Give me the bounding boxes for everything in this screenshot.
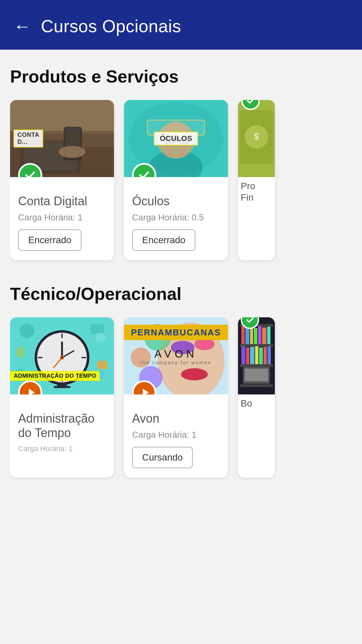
svg-rect-59 xyxy=(240,384,273,387)
svg-rect-68 xyxy=(246,347,249,364)
card-buttons-oculos: Encerrado xyxy=(132,229,220,251)
card-workload-admin: Carga Horária: 1 xyxy=(18,444,106,453)
svg-text:PERNAMBUCANAS: PERNAMBUCANAS xyxy=(131,327,221,337)
svg-rect-67 xyxy=(241,346,245,364)
svg-rect-66 xyxy=(267,327,270,344)
card-body-conta: Conta Digital Carga Horária: 1 Encerrado xyxy=(10,177,114,260)
tecnico-cards-scroll: ADMINISTRAÇÃO DO TEMPO Administração do … xyxy=(10,317,352,481)
card-oculos[interactable]: ÓCULOS Óculos Carga Horária: 0.5 Encerra… xyxy=(124,100,228,260)
card-buttons-avon: Cursando xyxy=(132,447,220,468)
back-button[interactable]: ← xyxy=(13,17,31,35)
svg-rect-63 xyxy=(254,328,257,344)
svg-rect-6 xyxy=(65,129,80,156)
svg-marker-54 xyxy=(143,389,149,394)
card-conta-digital[interactable]: CONTAD... Conta Digital Carga Horária: 1… xyxy=(10,100,114,260)
card-name-avon: Avon xyxy=(132,411,220,426)
app-header: ← Cursos Opcionais xyxy=(0,0,362,50)
card-image-admin-tempo: ADMINISTRAÇÃO DO TEMPO xyxy=(10,317,114,394)
card-workload-avon: Carga Horária: 1 xyxy=(132,430,220,440)
section-title-tecnico: Técnico/Operacional xyxy=(10,284,352,304)
svg-rect-73 xyxy=(267,346,271,364)
svg-text:$: $ xyxy=(254,131,259,142)
card-body-admin-tempo: Administração do Tempo Carga Horária: 1 xyxy=(10,394,114,478)
section-produtos-servicos: Produtos e Serviços xyxy=(10,66,352,264)
svg-point-35 xyxy=(61,357,63,359)
card-bo-partial[interactable]: Bo xyxy=(238,317,275,478)
svg-rect-62 xyxy=(250,327,253,344)
card-name-oculos: Óculos xyxy=(132,194,220,208)
card-workload-oculos: Carga Horária: 0.5 xyxy=(132,212,220,223)
svg-rect-40 xyxy=(17,347,24,357)
partial-body-pro-fin: ProFin xyxy=(238,177,275,206)
svg-rect-64 xyxy=(258,326,261,344)
card-avon[interactable]: PERNAMBUCANAS AVON the company for women… xyxy=(124,317,228,478)
card-pro-fin-partial[interactable]: $ ProFin xyxy=(238,100,275,260)
btn-cursando-avon[interactable]: Cursando xyxy=(132,447,193,468)
card-image-avon: PERNAMBUCANAS AVON the company for women xyxy=(124,317,228,394)
card-image-conta-digital: CONTAD... xyxy=(10,100,114,177)
svg-marker-41 xyxy=(29,389,35,394)
svg-rect-22 xyxy=(90,324,104,334)
card-admin-tempo[interactable]: ADMINISTRAÇÃO DO TEMPO Administração do … xyxy=(10,317,114,478)
svg-point-7 xyxy=(59,146,85,158)
partial-text-bo: Bo xyxy=(241,398,272,409)
produtos-cards-scroll: CONTAD... Conta Digital Carga Horária: 1… xyxy=(10,100,352,264)
card-name-admin: Administração do Tempo xyxy=(18,411,106,440)
card-image-oculos: ÓCULOS xyxy=(124,100,228,177)
svg-rect-70 xyxy=(255,346,258,364)
partial-body-bo: Bo xyxy=(238,394,275,413)
page-title: Cursos Opcionais xyxy=(41,16,181,36)
card-body-avon: Avon Carga Horária: 1 Cursando xyxy=(124,394,228,478)
partial-text-pro: ProFin xyxy=(241,180,272,203)
card-name-conta: Conta Digital xyxy=(18,194,106,208)
btn-encerrado-oculos[interactable]: Encerrado xyxy=(132,229,195,251)
svg-rect-5 xyxy=(64,127,82,160)
card-workload-conta: Carga Horária: 1 xyxy=(18,212,106,223)
conta-badge: CONTAD... xyxy=(13,129,43,148)
admin-tempo-badge: ADMINISTRAÇÃO DO TEMPO xyxy=(10,371,100,381)
svg-point-23 xyxy=(96,332,106,342)
svg-rect-71 xyxy=(259,347,263,364)
section-title-produtos: Produtos e Serviços xyxy=(10,66,352,87)
btn-encerrado-conta[interactable]: Encerrado xyxy=(18,229,81,251)
svg-rect-36 xyxy=(57,384,67,386)
svg-text:AVON: AVON xyxy=(155,348,197,360)
svg-point-49 xyxy=(181,368,208,380)
svg-point-21 xyxy=(19,323,34,338)
section-tecnico-operacional: Técnico/Operacional xyxy=(10,284,352,481)
svg-rect-75 xyxy=(245,369,268,381)
main-content: Produtos e Serviços xyxy=(0,50,362,494)
svg-text:the company for women: the company for women xyxy=(140,360,212,365)
oculos-badge: ÓCULOS xyxy=(154,131,198,146)
card-body-oculos: Óculos Carga Horária: 0.5 Encerrado xyxy=(124,177,228,260)
svg-rect-60 xyxy=(241,326,245,344)
svg-rect-72 xyxy=(263,347,267,364)
svg-rect-38 xyxy=(97,361,107,369)
card-buttons-conta: Encerrado xyxy=(18,229,106,251)
svg-rect-58 xyxy=(240,364,273,367)
svg-rect-69 xyxy=(250,347,254,364)
svg-rect-37 xyxy=(54,386,70,388)
svg-rect-65 xyxy=(262,327,266,344)
svg-rect-61 xyxy=(245,327,249,344)
